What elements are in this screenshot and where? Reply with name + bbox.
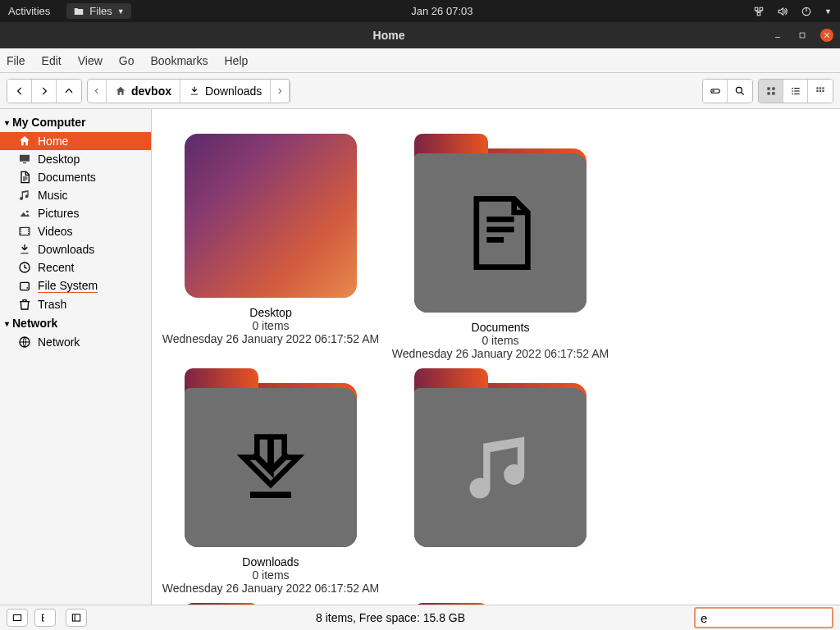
- toolbar: devbox Downloads: [0, 73, 840, 109]
- sidebar-item-desktop[interactable]: Desktop: [0, 150, 151, 168]
- sidebar-item-documents[interactable]: Documents: [0, 168, 151, 186]
- recent-icon: [18, 261, 31, 274]
- file-name: Desktop: [160, 306, 381, 319]
- path-child[interactable]: Downloads: [180, 80, 271, 103]
- menu-bookmarks[interactable]: Bookmarks: [150, 54, 208, 67]
- search-icon: [734, 85, 746, 97]
- file-view[interactable]: Desktop0 itemsWednesday 26 January 2022 …: [152, 109, 840, 605]
- path-prev[interactable]: [88, 80, 107, 103]
- file-item-picture[interactable]: [160, 603, 381, 605]
- location-toggle[interactable]: [703, 80, 728, 103]
- window-title: Home: [7, 29, 771, 42]
- sidebar-item-home[interactable]: Home: [0, 132, 151, 150]
- sidebar-item-recent[interactable]: Recent: [0, 258, 151, 276]
- gnome-topbar: Activities Files ▼ Jan 26 07:03 ▼: [0, 0, 840, 22]
- folder-icon: [73, 6, 84, 17]
- menu-help[interactable]: Help: [225, 54, 249, 67]
- file-item-share[interactable]: [390, 603, 611, 605]
- file-items: 0 items: [160, 568, 381, 582]
- file-date: Wednesday 26 January 2022 06:17:52 AM: [160, 582, 381, 595]
- nav-back[interactable]: [7, 80, 32, 103]
- sidebar-section-network[interactable]: Network: [0, 313, 151, 333]
- file-date: Wednesday 26 January 2022 06:17:52 AM: [390, 347, 611, 360]
- folder-thumbnail: [185, 383, 357, 547]
- places-pane-button[interactable]: [7, 609, 28, 627]
- home-icon: [115, 85, 126, 97]
- sidebar-item-videos[interactable]: Videos: [0, 222, 151, 240]
- nav-up[interactable]: [57, 80, 81, 103]
- view-list[interactable]: [783, 80, 808, 103]
- video-icon: [18, 225, 31, 238]
- doc-icon: [18, 171, 31, 184]
- disk-icon: [18, 280, 31, 293]
- file-item-downloads[interactable]: Downloads0 itemsWednesday 26 January 202…: [160, 368, 381, 595]
- desktop-thumbnail: [185, 134, 357, 298]
- file-item-documents[interactable]: Documents0 itemsWednesday 26 January 202…: [390, 134, 611, 360]
- sidebar-section-computer[interactable]: My Computer: [0, 112, 151, 132]
- window-close[interactable]: [820, 29, 833, 42]
- sidebar-item-network[interactable]: Network: [0, 333, 151, 351]
- nav-forward[interactable]: [32, 80, 57, 103]
- clock[interactable]: Jan 26 07:03: [131, 5, 753, 17]
- sidebar-item-trash[interactable]: Trash: [0, 295, 151, 313]
- download-icon: [18, 243, 31, 256]
- caret-left-icon: [93, 85, 101, 97]
- home-icon: [18, 135, 31, 148]
- pathbar: devbox Downloads: [87, 79, 290, 103]
- chevron-right-icon: [39, 85, 50, 97]
- view-icons[interactable]: [759, 80, 783, 103]
- system-menu-caret[interactable]: ▼: [824, 7, 832, 16]
- folder-thumbnail: [414, 383, 587, 547]
- sidebar-item-file-system[interactable]: File System: [0, 276, 151, 295]
- file-item-music[interactable]: [390, 368, 611, 595]
- view-compact[interactable]: [808, 80, 833, 103]
- sidebar-item-downloads[interactable]: Downloads: [0, 240, 151, 258]
- sound-icon[interactable]: [777, 6, 788, 17]
- caret-right-icon: [276, 85, 284, 97]
- sidepanel-icon: [71, 612, 82, 623]
- sidebar: My Computer HomeDesktopDocumentsMusicPic…: [0, 109, 152, 605]
- window-titlebar: Home: [0, 22, 840, 48]
- file-name: Downloads: [160, 555, 381, 568]
- tree-icon: [39, 612, 51, 623]
- path-host[interactable]: devbox: [107, 80, 180, 103]
- download-icon: [230, 427, 312, 509]
- chevron-left-icon: [14, 85, 25, 97]
- activities-button[interactable]: Activities: [8, 5, 50, 17]
- trash-icon: [18, 298, 31, 311]
- menu-file[interactable]: File: [7, 54, 25, 67]
- typeahead-input[interactable]: [694, 607, 833, 628]
- window-maximize[interactable]: [796, 29, 809, 42]
- file-name: Documents: [390, 321, 611, 334]
- tree-pane-button[interactable]: [34, 609, 56, 627]
- picture-icon: [18, 207, 31, 220]
- globe-icon: [18, 336, 31, 349]
- grid-icon: [765, 85, 777, 97]
- toggle-icon: [710, 85, 721, 97]
- doc-icon: [459, 192, 541, 274]
- power-icon[interactable]: [801, 6, 812, 17]
- menu-go[interactable]: Go: [119, 54, 135, 67]
- download-icon: [189, 85, 200, 97]
- menu-view[interactable]: View: [78, 54, 103, 67]
- list-icon: [790, 85, 801, 97]
- sidebar-item-pictures[interactable]: Pictures: [0, 204, 151, 222]
- music-icon: [18, 189, 31, 202]
- statusbar: 8 items, Free space: 15.8 GB: [0, 605, 840, 630]
- menu-edit[interactable]: Edit: [42, 54, 62, 67]
- folder-thumbnail: [414, 148, 587, 313]
- path-next[interactable]: [271, 80, 290, 103]
- chevron-up-icon: [63, 85, 75, 97]
- side-panel-button[interactable]: [66, 609, 87, 627]
- sidebar-item-music[interactable]: Music: [0, 186, 151, 204]
- app-menu[interactable]: Files ▼: [66, 3, 130, 19]
- window-minimize[interactable]: [771, 29, 784, 42]
- file-item-desktop[interactable]: Desktop0 itemsWednesday 26 January 2022 …: [160, 134, 381, 360]
- network-icon[interactable]: [753, 6, 765, 17]
- file-items: 0 items: [390, 334, 611, 347]
- search-button[interactable]: [728, 80, 752, 103]
- compact-icon: [815, 85, 826, 97]
- file-items: 0 items: [160, 319, 381, 332]
- desktop-icon: [18, 153, 31, 166]
- menubar: FileEditViewGoBookmarksHelp: [0, 48, 840, 73]
